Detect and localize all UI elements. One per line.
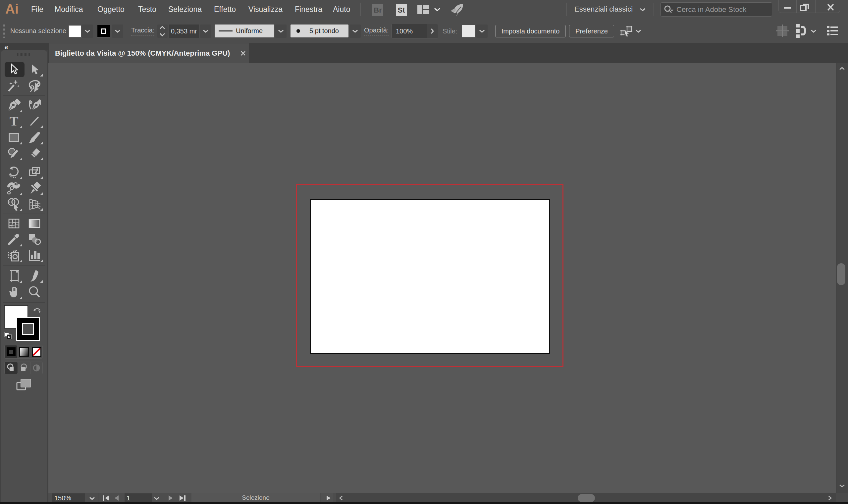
svg-text:T: T [10, 114, 19, 128]
